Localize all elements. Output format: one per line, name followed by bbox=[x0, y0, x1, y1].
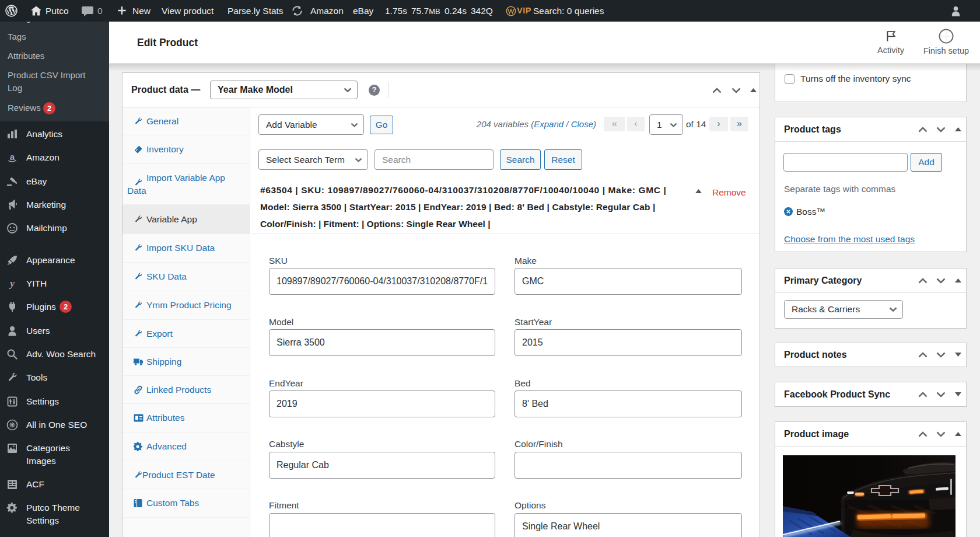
svg-text:y: y bbox=[9, 278, 15, 289]
svg-text:a: a bbox=[10, 152, 15, 162]
